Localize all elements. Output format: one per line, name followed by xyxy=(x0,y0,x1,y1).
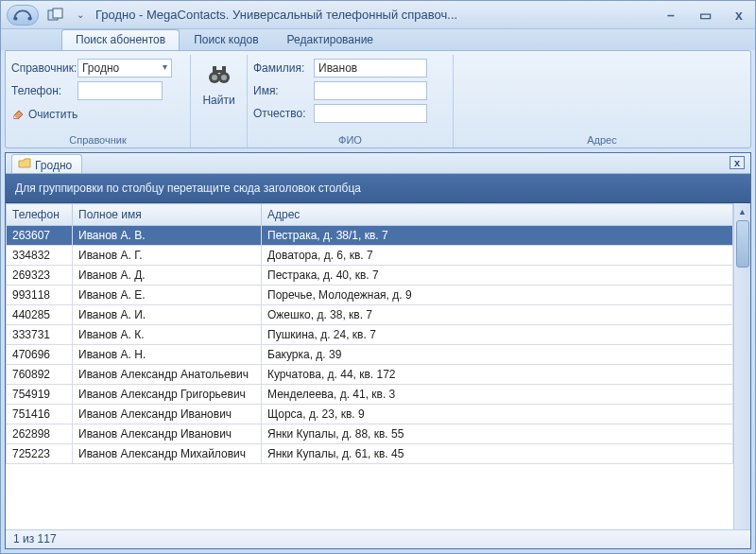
col-header-name[interactable]: Полное имя xyxy=(73,204,262,226)
table-row[interactable]: 754919Иванов Александр ГригорьевичМендел… xyxy=(7,385,733,405)
status-bar: 1 из 117 xyxy=(6,529,750,548)
cell-addr: Бакурка, д. 39 xyxy=(262,345,733,365)
cell-phone: 760892 xyxy=(7,365,73,385)
eraser-icon xyxy=(11,106,25,122)
cell-phone: 440285 xyxy=(7,305,73,325)
ribbon-toggle-icon[interactable]: ⌄ xyxy=(75,7,86,24)
col-header-address[interactable]: Адрес xyxy=(262,204,733,226)
table-row[interactable]: 333731Иванов А. К.Пушкина, д. 24, кв. 7 xyxy=(7,325,733,345)
group-directory-label: Справочник xyxy=(6,134,190,146)
cell-name: Иванов Александр Иванович xyxy=(73,405,262,424)
cell-phone: 333731 xyxy=(7,325,73,345)
cell-name: Иванов А. К. xyxy=(73,325,262,345)
scroll-up-icon[interactable]: ▲ xyxy=(736,205,749,218)
cell-addr: Пестрака, д. 40, кв. 7 xyxy=(262,266,733,286)
folder-icon xyxy=(18,158,31,172)
app-window: ⌄ Гродно - MegaContacts. Универсальный т… xyxy=(0,0,756,554)
phone-label: Телефон: xyxy=(11,84,77,97)
table-row[interactable]: 334832Иванов А. Г.Доватора, д. 6, кв. 7 xyxy=(7,246,733,266)
scroll-thumb[interactable] xyxy=(736,220,749,268)
table-row[interactable]: 470696Иванов А. Н.Бакурка, д. 39 xyxy=(7,345,733,365)
col-header-phone[interactable]: Телефон xyxy=(7,204,73,226)
cell-phone: 754919 xyxy=(7,385,73,405)
tab-search-subscribers[interactable]: Поиск абонентов xyxy=(61,29,180,50)
cell-addr: Пушкина, д. 24, кв. 7 xyxy=(262,325,733,345)
svg-point-9 xyxy=(221,75,227,80)
ribbon-tabs: Поиск абонентов Поиск кодов Редактирован… xyxy=(1,29,755,50)
cell-phone: 263607 xyxy=(7,226,73,246)
cell-name: Иванов А. Е. xyxy=(73,286,262,305)
patronymic-label: Отчество: xyxy=(253,107,314,120)
group-fullname-label: ФИО xyxy=(248,134,453,146)
group-find: Найти xyxy=(191,55,248,147)
workspace: Гродно x Для группировки по столбцу пере… xyxy=(5,152,751,549)
title-bar: ⌄ Гродно - MegaContacts. Универсальный т… xyxy=(1,1,755,29)
vertical-scrollbar[interactable]: ▲ xyxy=(733,203,750,529)
document-tab[interactable]: Гродно xyxy=(11,154,82,173)
table-row[interactable]: 751416Иванов Александр ИвановичЩорса, д.… xyxy=(7,405,733,424)
results-table: Телефон Полное имя Адрес 263607Иванов А.… xyxy=(6,203,733,464)
find-label: Найти xyxy=(202,94,234,107)
find-button[interactable]: Найти xyxy=(197,57,242,107)
cell-phone: 262898 xyxy=(7,424,73,444)
cell-phone: 725223 xyxy=(7,444,73,464)
table-row[interactable]: 725223Иванов Александр МихайловичЯнки Ку… xyxy=(7,444,733,464)
ribbon: Справочник: Гродно Телефон: Очистить Спр… xyxy=(5,50,751,148)
group-fullname: Фамилия: Иванов Имя: Отчество: ФИО xyxy=(248,55,454,147)
svg-rect-10 xyxy=(213,66,216,74)
group-directory: Справочник: Гродно Телефон: Очистить Спр… xyxy=(6,55,191,147)
cell-name: Иванов А. Н. xyxy=(73,345,262,365)
svg-rect-11 xyxy=(222,66,226,74)
directory-combo[interactable]: Гродно xyxy=(77,59,172,78)
name-label: Имя: xyxy=(253,84,314,97)
surname-input[interactable]: Иванов xyxy=(314,59,427,78)
svg-point-8 xyxy=(212,75,217,80)
document-tab-label: Гродно xyxy=(35,159,72,172)
qat-icon[interactable] xyxy=(46,7,65,24)
patronymic-input[interactable] xyxy=(314,104,427,123)
table-row[interactable]: 262898Иванов Александр ИвановичЯнки Купа… xyxy=(7,424,733,444)
cell-phone: 269323 xyxy=(7,266,73,286)
binoculars-icon xyxy=(207,62,232,90)
tab-search-codes[interactable]: Поиск кодов xyxy=(180,29,272,50)
cell-name: Иванов Александр Михайлович xyxy=(73,444,262,464)
tab-editing[interactable]: Редактирование xyxy=(273,29,387,50)
clear-button[interactable]: Очистить xyxy=(11,106,184,122)
document-tab-bar: Гродно x xyxy=(6,153,750,174)
group-address-label: Адрес xyxy=(454,134,750,146)
cell-name: Иванов А. В. xyxy=(73,226,262,246)
directory-label: Справочник: xyxy=(11,61,77,75)
table-row[interactable]: 269323Иванов А. Д.Пестрака, д. 40, кв. 7 xyxy=(7,266,733,286)
window-title: Гродно - MegaContacts. Универсальный тел… xyxy=(95,8,653,22)
minimize-button[interactable]: – xyxy=(661,7,681,24)
cell-phone: 751416 xyxy=(7,405,73,424)
maximize-button[interactable]: ▭ xyxy=(695,7,715,24)
cell-addr: Янки Купалы, д. 88, кв. 55 xyxy=(262,424,733,444)
table-row[interactable]: 760892Иванов Александр АнатольевичКурчат… xyxy=(7,365,733,385)
cell-addr: Ожешко, д. 38, кв. 7 xyxy=(262,305,733,325)
table-container: Телефон Полное имя Адрес 263607Иванов А.… xyxy=(6,203,750,529)
phone-input[interactable] xyxy=(77,81,163,100)
cell-addr: Поречье, Молодежная, д. 9 xyxy=(262,286,733,305)
name-input[interactable] xyxy=(314,81,427,100)
cell-addr: Доватора, д. 6, кв. 7 xyxy=(262,246,733,266)
cell-phone: 993118 xyxy=(7,286,73,305)
group-address: Адрес xyxy=(454,55,750,147)
document-close-button[interactable]: x xyxy=(730,156,745,169)
cell-name: Иванов А. Д. xyxy=(73,266,262,286)
cell-addr: Менделеева, д. 41, кв. 3 xyxy=(262,385,733,405)
cell-name: Иванов А. Г. xyxy=(73,246,262,266)
cell-name: Иванов А. И. xyxy=(73,305,262,325)
cell-name: Иванов Александр Иванович xyxy=(73,424,262,444)
cell-phone: 334832 xyxy=(7,246,73,266)
cell-addr: Щорса, д. 23, кв. 9 xyxy=(262,405,733,424)
table-row[interactable]: 993118Иванов А. Е.Поречье, Молодежная, д… xyxy=(7,286,733,305)
close-button[interactable]: x xyxy=(729,7,749,24)
cell-name: Иванов Александр Григорьевич xyxy=(73,385,262,405)
clear-label: Очистить xyxy=(28,108,77,121)
table-row[interactable]: 263607Иванов А. В.Пестрака, д. 38/1, кв.… xyxy=(7,226,733,246)
table-row[interactable]: 440285Иванов А. И.Ожешко, д. 38, кв. 7 xyxy=(7,305,733,325)
group-by-panel[interactable]: Для группировки по столбцу перетащите сю… xyxy=(6,174,750,203)
cell-addr: Курчатова, д. 44, кв. 172 xyxy=(262,365,733,385)
svg-point-0 xyxy=(14,16,18,20)
